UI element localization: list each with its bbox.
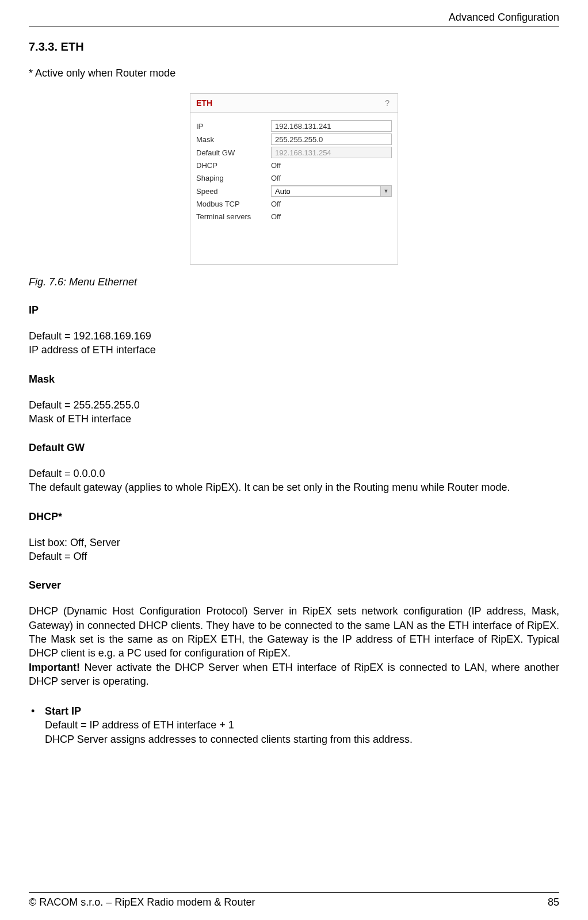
server-description: DHCP (Dynamic Host Configuration Protoco… [29, 605, 559, 659]
eth-row-terminal: Terminal servers Off [196, 211, 392, 222]
eth-value-modbus[interactable]: Off [271, 198, 392, 209]
field-heading-default-gw: Default GW [29, 442, 559, 454]
field-body-mask: Default = 255.255.255.0Mask of ETH inter… [29, 398, 559, 426]
figure-caption: Fig. 7.6: Menu Ethernet [29, 276, 559, 288]
eth-select-speed[interactable]: Auto ▼ [271, 185, 392, 197]
eth-label-terminal: Terminal servers [196, 212, 271, 221]
server-important-text: Never activate the DHCP Server when ETH … [29, 662, 559, 687]
server-important-label: Important! [29, 662, 80, 673]
eth-label-shaping: Shaping [196, 174, 271, 182]
eth-row-shaping: Shaping Off [196, 173, 392, 184]
eth-value-dhcp[interactable]: Off [271, 160, 392, 171]
eth-label-speed: Speed [196, 187, 271, 196]
field-body-server: DHCP (Dynamic Host Configuration Protoco… [29, 604, 559, 688]
eth-label-default-gw: Default GW [196, 148, 271, 157]
eth-input-default-gw [271, 147, 392, 158]
footer-copyright: © RACOM s.r.o. – RipEX Radio modem & Rou… [29, 896, 255, 908]
eth-label-mask: Mask [196, 135, 271, 144]
section-note: * Active only when Router mode [29, 67, 559, 79]
help-icon[interactable]: ? [383, 98, 392, 108]
field-heading-server: Server [29, 579, 559, 591]
eth-label-modbus: Modbus TCP [196, 200, 271, 208]
field-body-ip: Default = 192.168.169.169IP address of E… [29, 329, 559, 357]
field-body-default-gw: Default = 0.0.0.0The default gateway (ap… [29, 467, 559, 495]
eth-row-speed: Speed Auto ▼ [196, 185, 392, 197]
field-heading-ip: IP [29, 304, 559, 316]
eth-row-ip: IP [196, 120, 392, 132]
eth-panel-header: ETH ? [190, 94, 398, 113]
eth-label-ip: IP [196, 122, 271, 131]
eth-panel: ETH ? IP Mask Default GW DHCP Of [190, 93, 398, 265]
top-horizontal-rule [29, 26, 559, 26]
section-heading: 7.3.3. ETH [29, 40, 559, 54]
eth-row-dhcp: DHCP Off [196, 160, 392, 171]
field-heading-mask: Mask [29, 373, 559, 385]
eth-panel-title: ETH [196, 98, 212, 108]
eth-input-ip[interactable] [271, 120, 392, 132]
page-header-title: Advanced Configuration [29, 12, 559, 26]
eth-row-modbus: Modbus TCP Off [196, 198, 392, 209]
eth-label-dhcp: DHCP [196, 161, 271, 170]
field-heading-dhcp: DHCP* [29, 511, 559, 523]
eth-row-mask: Mask [196, 133, 392, 145]
start-ip-heading: Start IP [45, 705, 81, 717]
eth-value-shaping[interactable]: Off [271, 173, 392, 184]
page-number: 85 [548, 896, 559, 908]
chevron-down-icon: ▼ [380, 186, 391, 196]
eth-input-mask[interactable] [271, 133, 392, 145]
eth-select-speed-text: Auto [272, 187, 380, 196]
list-item-start-ip: Start IP Default = IP address of ETH int… [29, 704, 559, 746]
eth-value-terminal[interactable]: Off [271, 211, 392, 222]
eth-row-default-gw: Default GW [196, 147, 392, 158]
bottom-horizontal-rule [29, 892, 559, 893]
field-body-dhcp: List box: Off, ServerDefault = Off [29, 536, 559, 564]
start-ip-body: Default = IP address of ETH interface + … [45, 719, 413, 745]
